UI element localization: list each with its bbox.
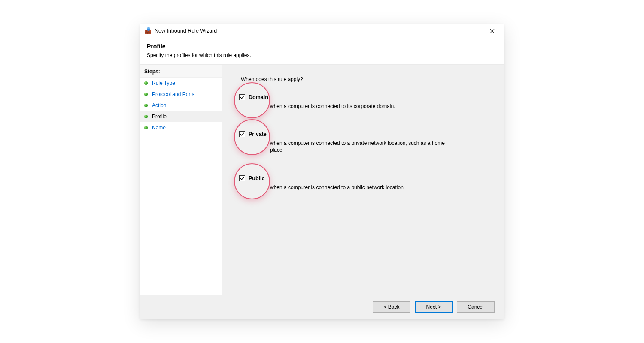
step-protocol-and-ports[interactable]: Protocol and Ports: [140, 89, 222, 100]
profile-desc-private-line1: when a computer is connected to a privat…: [270, 140, 445, 146]
step-name[interactable]: Name: [140, 122, 222, 133]
step-label: Protocol and Ports: [152, 91, 194, 97]
checkbox-label-private[interactable]: Private: [249, 131, 267, 137]
steps-sidebar: Steps: Rule Type Protocol and Ports Acti…: [140, 65, 222, 312]
back-button[interactable]: < Back: [373, 301, 410, 313]
profile-desc-domain: when a computer is connected to its corp…: [270, 103, 472, 110]
checkbox-label-domain[interactable]: Domain: [249, 94, 268, 100]
annotation-ring-icon: [234, 119, 270, 155]
bullet-icon: [144, 81, 148, 85]
footer: < Back Next > Cancel: [140, 295, 504, 319]
step-action[interactable]: Action: [140, 100, 222, 111]
profile-block-public: Public when a computer is connected to a…: [239, 175, 492, 191]
close-button[interactable]: [483, 25, 501, 37]
step-label: Name: [152, 125, 166, 131]
step-profile[interactable]: Profile: [140, 111, 222, 122]
annotation-ring-icon: [234, 82, 270, 118]
cancel-button[interactable]: Cancel: [457, 301, 495, 313]
next-button[interactable]: Next >: [415, 301, 453, 313]
window-title: New Inbound Rule Wizard: [155, 28, 217, 34]
titlebar: New Inbound Rule Wizard: [140, 24, 504, 38]
checkbox-public[interactable]: [239, 175, 245, 181]
bullet-icon: [144, 126, 148, 129]
annotation-ring-icon: [234, 163, 270, 199]
page-title: Profile: [147, 43, 497, 50]
step-label: Rule Type: [152, 80, 175, 86]
firewall-icon: [144, 27, 151, 34]
checkbox-private[interactable]: [239, 131, 245, 137]
step-label: Action: [152, 102, 166, 108]
profile-desc-private: when a computer is connected to a privat…: [270, 140, 472, 153]
wizard-dialog: New Inbound Rule Wizard Profile Specify …: [140, 24, 504, 319]
steps-heading: Steps:: [140, 65, 222, 78]
bullet-icon: [144, 93, 148, 96]
question-text: When does this rule apply?: [241, 76, 492, 82]
profile-desc-public: when a computer is connected to a public…: [270, 184, 472, 191]
profile-block-domain: Domain when a computer is connected to i…: [239, 94, 492, 110]
profile-block-private: Private when a computer is connected to …: [239, 131, 492, 153]
profile-desc-private-line2: place.: [270, 147, 284, 153]
step-label: Profile: [152, 114, 167, 120]
step-rule-type[interactable]: Rule Type: [140, 78, 222, 89]
checkbox-label-public[interactable]: Public: [249, 175, 265, 181]
bullet-icon: [144, 115, 148, 118]
page-subtitle: Specify the profiles for which this rule…: [147, 52, 497, 58]
header: Profile Specify the profiles for which t…: [140, 38, 504, 65]
bullet-icon: [144, 104, 148, 107]
body: Steps: Rule Type Protocol and Ports Acti…: [140, 65, 504, 312]
content-pane: When does this rule apply? Domain when a…: [222, 65, 504, 312]
checkbox-domain[interactable]: [239, 94, 245, 100]
